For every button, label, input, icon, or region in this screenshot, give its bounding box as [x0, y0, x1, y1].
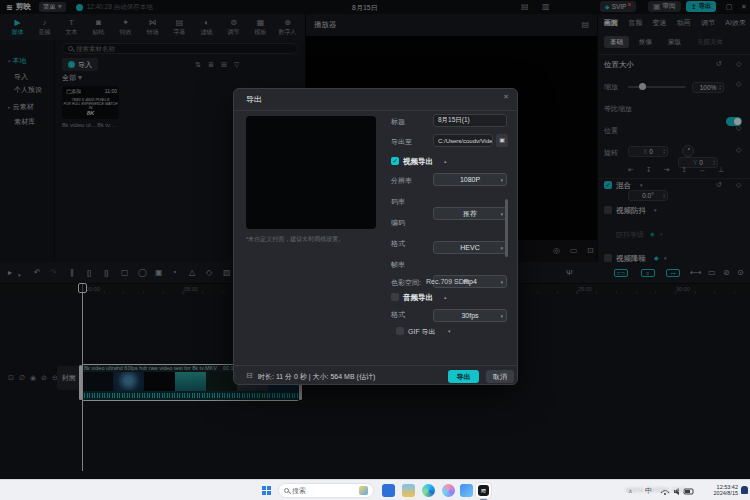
audio-export-checkbox[interactable] — [391, 293, 399, 301]
taskbar-copilot-icon[interactable] — [442, 484, 455, 497]
taskbar-edge-icon[interactable] — [422, 484, 435, 497]
notification-bell-icon[interactable] — [741, 486, 748, 494]
export-settings-scroll[interactable]: 标题 8月15日(1) 导出至 C:/Users/coudv/Videos/..… — [384, 113, 510, 353]
export-path-input[interactable]: C:/Users/coudv/Videos/... — [433, 134, 493, 147]
cover-note: *未自定义封面，建议去时间线设置。 — [246, 235, 381, 244]
format-label: 格式 — [391, 239, 405, 249]
info-icon: ⊟ — [246, 372, 253, 380]
audio-export-section: 音频导出 — [403, 293, 433, 303]
colorspace-value: Rec.709 SDR — [426, 278, 469, 285]
dialog-close-icon[interactable]: ✕ — [503, 93, 509, 101]
taskbar-store-icon[interactable] — [382, 484, 395, 497]
folder-icon: ▣ — [499, 137, 505, 143]
search-icon — [284, 488, 289, 493]
video-export-section: 视频导出 — [403, 157, 433, 167]
export-cancel-button[interactable]: 取消 — [486, 370, 514, 383]
export-name-input[interactable]: 8月15日(1) — [433, 114, 507, 127]
audio-format-label: 格式 — [391, 310, 405, 320]
export-cover-preview[interactable] — [246, 116, 376, 229]
name-label: 标题 — [391, 117, 405, 127]
collapse-icon[interactable]: ▴ — [444, 294, 447, 300]
dialog-scrollbar[interactable] — [505, 199, 508, 257]
path-label: 导出至 — [391, 137, 412, 147]
codec-select[interactable]: HEVC▾ — [433, 241, 507, 254]
taskbar-cloud-app-icon[interactable] — [460, 484, 473, 497]
capcut-icon: ≋ — [478, 485, 489, 496]
taskbar-capcut-active[interactable]: ≋ — [475, 482, 492, 499]
taskbar-search[interactable]: 搜索 — [278, 483, 374, 498]
gif-export-checkbox[interactable] — [396, 327, 404, 335]
resolution-label: 分辨率 — [391, 176, 412, 186]
framerate-label: 帧率 — [391, 260, 405, 270]
export-confirm-button[interactable]: 导出 — [448, 370, 479, 383]
codec-label: 编码 — [391, 218, 405, 228]
collapse-icon[interactable]: ▴ — [444, 158, 447, 164]
screen: ≋ 剪映 菜单▾ 12:40:28 自动保存本地 8月15日 ▤ ▥ ◆SVIP… — [0, 0, 750, 500]
export-summary: 时长: 11 分 0 秒 | 大小: 564 MB (估计) — [258, 372, 375, 382]
video-export-checkbox[interactable]: ✓ — [391, 157, 399, 165]
browse-folder-button[interactable]: ▣ — [496, 134, 508, 147]
bitrate-label: 码率 — [391, 197, 405, 207]
bitrate-select[interactable]: 推荐▾ — [433, 207, 507, 220]
dialog-title: 导出 — [246, 94, 262, 105]
collapse-icon[interactable]: ▾ — [448, 328, 451, 334]
export-dialog: 导出 ✕ *未自定义封面，建议去时间线设置。 标题 8月15日(1) 导出至 C… — [233, 88, 518, 385]
taskbar-explorer-icon[interactable] — [402, 484, 415, 497]
framerate-select[interactable]: 30fps▾ — [433, 309, 507, 322]
colorspace-label: 色彩空间: — [391, 278, 421, 288]
clock[interactable]: 12:53:42 2024/8/15 — [700, 484, 738, 496]
resolution-select[interactable]: 1080P▾ — [433, 173, 507, 186]
gif-export-section: GIF 导出 — [408, 327, 436, 337]
weather-widget-icon — [359, 486, 368, 495]
start-button[interactable] — [262, 486, 271, 495]
watermark: www.3elife.net — [626, 486, 685, 493]
